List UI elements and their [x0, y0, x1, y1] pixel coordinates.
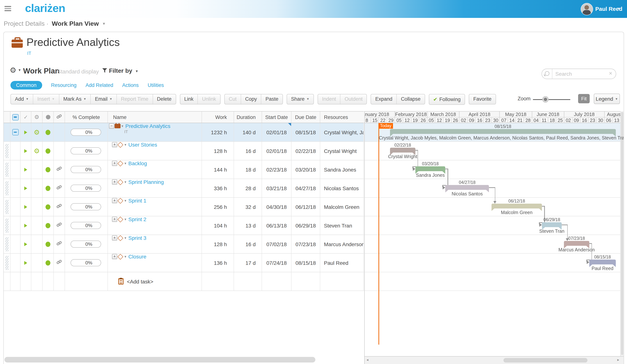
item-caret-icon[interactable]: ▼: [124, 236, 127, 240]
play-icon[interactable]: [24, 149, 27, 153]
row-select-cell[interactable]: [10, 198, 20, 216]
item-caret-icon[interactable]: ▼: [124, 180, 127, 184]
progress-pill[interactable]: 0%: [71, 241, 101, 248]
gantt-bar-backlog[interactable]: [416, 166, 445, 171]
search-clear-icon[interactable]: ✕: [609, 71, 613, 76]
item-caret-icon[interactable]: ▼: [124, 199, 127, 202]
fit-button[interactable]: Fit: [578, 94, 590, 103]
workflow-gear-icon[interactable]: ⚙: [34, 128, 40, 136]
column-header-due[interactable]: Due Date: [292, 111, 320, 123]
row-drag-handle[interactable]: [4, 216, 10, 235]
task-link[interactable]: Sprint 2: [128, 216, 147, 222]
item-caret-icon[interactable]: ▼: [121, 124, 124, 128]
table-horizontal-scrollbar[interactable]: [4, 357, 315, 363]
expand-box-icon[interactable]: +: [112, 217, 117, 222]
filter-by-button[interactable]: Filter by: [109, 68, 132, 74]
breadcrumb-current-view[interactable]: Work Plan View: [52, 20, 99, 27]
chain-icon[interactable]: [56, 241, 62, 248]
progress-pill[interactable]: 0%: [71, 222, 101, 229]
chain-icon[interactable]: [56, 222, 62, 229]
view-settings-caret-icon[interactable]: ▼: [18, 68, 21, 72]
expand-box-icon[interactable]: +: [112, 142, 117, 147]
gantt-bar-closure[interactable]: [589, 260, 616, 265]
share-button[interactable]: Share▼: [287, 94, 314, 104]
breadcrumb-caret-icon[interactable]: ▼: [102, 22, 106, 26]
tab-utilities[interactable]: Utilities: [148, 82, 164, 88]
gantt-bar-user-stories[interactable]: [390, 148, 416, 153]
play-icon[interactable]: [24, 130, 27, 134]
progress-pill[interactable]: 0%: [71, 203, 101, 210]
following-button[interactable]: ✔Following: [429, 94, 465, 104]
select-all-header[interactable]: [10, 111, 20, 123]
chain-icon[interactable]: [56, 166, 62, 173]
tab-actions[interactable]: Actions: [122, 82, 139, 88]
legend-button[interactable]: Legend▼: [594, 93, 620, 104]
progress-pill[interactable]: 0%: [71, 259, 101, 266]
workflow-column-header[interactable]: ⚙: [31, 111, 43, 123]
breadcrumb-section[interactable]: Project Details: [4, 20, 45, 27]
gantt-bar-predictive-analytics[interactable]: [390, 129, 616, 134]
progress-pill[interactable]: 0%: [71, 166, 101, 173]
row-select-cell[interactable]: [10, 142, 20, 160]
task-link[interactable]: User Stories: [128, 142, 157, 148]
play-icon[interactable]: [24, 168, 27, 171]
table-row[interactable]: 0%+▼Sprint 1256 h32 d04/30/1806/12/18Mal…: [4, 198, 364, 216]
table-row[interactable]: 0%+▼Closure136 h17 d07/24/1808/15/18Paul…: [4, 254, 364, 272]
link-column-header[interactable]: [54, 111, 65, 123]
row-drag-handle[interactable]: [4, 198, 10, 216]
row-select-cell[interactable]: [10, 254, 20, 272]
add-button[interactable]: Add▼: [11, 94, 33, 104]
progress-pill[interactable]: 0%: [71, 147, 101, 154]
play-icon[interactable]: [24, 224, 27, 227]
status-column-header[interactable]: [43, 111, 54, 123]
collapse-box-icon[interactable]: −: [109, 123, 114, 129]
task-link[interactable]: Sprint 3: [128, 235, 147, 241]
add-task-cell[interactable]: <Add task>: [108, 272, 202, 290]
gantt-bar-sprint-1[interactable]: [491, 204, 542, 208]
expand-box-icon[interactable]: +: [112, 254, 117, 259]
table-row[interactable]: 0%+▼Sprint 3128 h16 d07/02/1807/23/18Mar…: [4, 235, 364, 254]
chain-icon[interactable]: [56, 259, 62, 266]
search-input[interactable]: Search: [555, 71, 572, 77]
column-header-start[interactable]: Start Date: [262, 111, 292, 123]
expand-box-icon[interactable]: +: [112, 235, 117, 241]
row-selected-icon[interactable]: [12, 129, 18, 135]
task-link[interactable]: Closure: [128, 254, 147, 260]
item-caret-icon[interactable]: ▼: [124, 255, 127, 258]
expand-box-icon[interactable]: +: [112, 198, 117, 203]
expand-button[interactable]: Expand: [371, 94, 397, 104]
column-header-name[interactable]: Name: [108, 111, 202, 123]
copy-button[interactable]: Copy: [241, 94, 261, 104]
state-column-header[interactable]: ✓: [20, 111, 31, 123]
scroll-right-icon[interactable]: ▸: [617, 358, 619, 362]
row-select-cell[interactable]: [10, 179, 20, 197]
menu-icon[interactable]: [4, 6, 11, 11]
progress-pill[interactable]: 0%: [71, 129, 101, 136]
row-select-cell[interactable]: [10, 235, 20, 253]
chain-icon[interactable]: [56, 203, 62, 210]
play-icon[interactable]: [24, 261, 27, 265]
row-drag-handle[interactable]: [4, 142, 10, 160]
column-header-percent[interactable]: % Complete: [65, 111, 108, 123]
column-header-duration[interactable]: Duration: [234, 111, 262, 123]
delete-button[interactable]: Delete: [153, 94, 176, 104]
task-link[interactable]: Predictive Analytics: [125, 123, 170, 129]
email-button[interactable]: Email▼: [91, 94, 116, 104]
play-icon[interactable]: [24, 242, 27, 246]
paste-button[interactable]: Paste: [261, 94, 283, 104]
row-drag-handle[interactable]: [4, 254, 10, 272]
view-settings-gear-icon[interactable]: ⚙: [10, 66, 16, 75]
row-drag-handle[interactable]: [4, 160, 10, 179]
link-button[interactable]: Link: [180, 94, 198, 104]
row-select-cell[interactable]: [10, 123, 20, 141]
play-icon[interactable]: [24, 186, 27, 190]
column-header-resources[interactable]: Resources: [320, 111, 364, 123]
select-all-icon[interactable]: [12, 114, 18, 120]
gantt-bar-sprint-planning[interactable]: [445, 185, 489, 190]
column-header-work[interactable]: Work: [202, 111, 234, 123]
filter-funnel-icon[interactable]: [102, 68, 107, 75]
zoom-slider[interactable]: [533, 99, 570, 100]
collapse-button[interactable]: Collapse: [397, 94, 425, 104]
task-link[interactable]: Sprint 1: [128, 198, 147, 204]
item-caret-icon[interactable]: ▼: [124, 143, 127, 146]
